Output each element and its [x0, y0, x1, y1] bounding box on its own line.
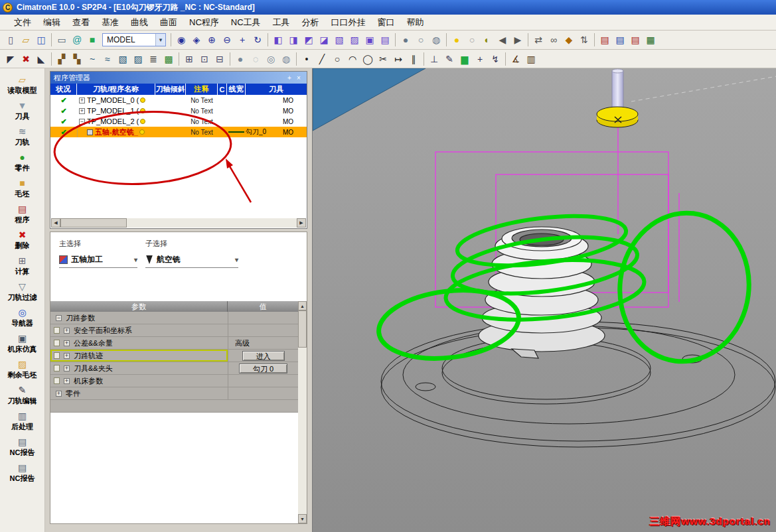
report-list-icon[interactable]: ▥: [524, 52, 538, 66]
open-folder-icon[interactable]: ▱: [19, 33, 33, 47]
pick-filter-icon[interactable]: ◣: [34, 52, 48, 66]
link-entities-icon[interactable]: ∞: [546, 33, 561, 47]
view-left-icon[interactable]: ▧: [332, 33, 347, 47]
sidebar-item-刀轨[interactable]: ≋刀轨: [1, 125, 44, 147]
parameter-row[interactable]: +机床参数: [50, 375, 298, 387]
view-isometric-icon[interactable]: ◧: [271, 33, 285, 47]
zoom-out-icon[interactable]: ⊖: [220, 33, 234, 47]
expand-icon[interactable]: +: [64, 378, 70, 384]
select-arrow-icon[interactable]: ◤: [3, 52, 18, 66]
sidebar-item-刀具[interactable]: ▼刀具: [1, 100, 44, 121]
parameter-row[interactable]: +刀路轨迹进入: [50, 350, 298, 362]
sidebar-item-刀轨编辑[interactable]: ✎刀轨编辑: [1, 384, 44, 406]
line-tool-icon[interactable]: ╱: [315, 52, 329, 66]
menu-item-编辑[interactable]: 编辑: [37, 15, 66, 31]
sidebar-item-机床仿真[interactable]: ▣机床仿真: [1, 332, 44, 354]
tree-expand-icon[interactable]: +: [79, 108, 85, 114]
model-combo[interactable]: MODEL▾: [102, 33, 166, 46]
wireframe-display-icon[interactable]: ◌: [248, 52, 263, 66]
edges-display-icon[interactable]: ◎: [264, 52, 278, 66]
expand-icon[interactable]: −: [56, 315, 62, 321]
spotlight-icon[interactable]: ◐: [480, 33, 495, 47]
menu-item-基准[interactable]: 基准: [96, 15, 125, 31]
normal-tool-icon[interactable]: ⊥: [427, 52, 441, 66]
scroll-right-icon[interactable]: ▶: [297, 218, 306, 228]
view-back-icon[interactable]: ▣: [362, 33, 377, 47]
snap-grid-icon[interactable]: ⊞: [182, 52, 196, 66]
view-front-icon[interactable]: ◨: [286, 33, 301, 47]
surface-b-icon[interactable]: ▨: [131, 52, 145, 66]
zoom-in-icon[interactable]: ⊕: [204, 33, 219, 47]
hidden-line-mode-icon[interactable]: ◍: [429, 33, 443, 47]
wireframe-mode-icon[interactable]: ○: [414, 33, 428, 47]
panel-title-bar[interactable]: 程序管理器 + ×: [50, 72, 307, 84]
axis-tool-icon[interactable]: ↯: [488, 52, 503, 66]
menu-item-NC程序[interactable]: NC程序: [183, 15, 225, 31]
nc-doc-blue-icon[interactable]: ▤: [613, 33, 627, 47]
prev-step-icon[interactable]: ◀: [495, 33, 510, 47]
menu-item-NC工具[interactable]: NC工具: [225, 15, 267, 31]
col-tool[interactable]: 刀具: [246, 84, 307, 95]
value-button[interactable]: 勾刀 0: [239, 364, 287, 373]
swap-view-icon[interactable]: ⇄: [531, 33, 546, 47]
primary-selection-combo[interactable]: 五轴加工 ▾: [59, 252, 137, 268]
sidebar-item-后处理[interactable]: ▥后处理: [1, 410, 44, 432]
menu-item-文件[interactable]: 文件: [8, 15, 37, 31]
color-filter-icon[interactable]: ▩: [161, 52, 176, 66]
secondary-selection-combo[interactable]: 航空铣 ▾: [145, 252, 238, 268]
col-name[interactable]: 刀轨/程序名称: [77, 84, 155, 95]
sidebar-item-读取模型[interactable]: ▱读取模型: [1, 74, 44, 96]
sidebar-item-NC报告[interactable]: ▤NC报告: [1, 436, 44, 458]
3d-viewport[interactable]: 三维网www.3dportal.cn: [312, 68, 776, 532]
parameter-row[interactable]: +安全平面和坐标系: [50, 324, 298, 337]
chevron-down-icon[interactable]: ▾: [134, 256, 137, 263]
next-step-icon[interactable]: ▶: [510, 33, 525, 47]
view-custom-icon[interactable]: ▤: [378, 33, 392, 47]
sidebar-item-毛坯[interactable]: ■毛坯: [1, 177, 44, 199]
expand-icon[interactable]: +: [56, 391, 62, 397]
delete-entity-icon[interactable]: ✖: [19, 52, 33, 66]
sidebar-item-剩余毛坯[interactable]: ▨剩余毛坯: [1, 358, 44, 380]
parameter-row[interactable]: +零件: [50, 387, 298, 400]
transparency-display-icon[interactable]: ◍: [279, 52, 293, 66]
new-file-icon[interactable]: ▯: [3, 33, 18, 47]
menu-item-查看[interactable]: 查看: [66, 15, 96, 31]
pin-icon[interactable]: +: [285, 73, 294, 82]
pan-icon[interactable]: +: [235, 33, 250, 47]
sidebar-item-NC报告[interactable]: ▤NC报告: [1, 462, 44, 484]
sidebar-item-刀轨过滤[interactable]: ▽刀轨过滤: [1, 281, 44, 302]
shaded-mode-icon[interactable]: ●: [398, 33, 413, 47]
surface-a-icon[interactable]: ▧: [116, 52, 130, 66]
ucs-tool-icon[interactable]: +: [473, 52, 487, 66]
level-filter-icon[interactable]: ≣: [146, 52, 161, 66]
zoom-all-icon[interactable]: ◉: [174, 33, 189, 47]
table-row[interactable]: ✔+TP_MODEL_1 (No TextMO: [50, 105, 307, 116]
parameter-row[interactable]: +刀具&&夹头勾刀 0: [50, 362, 298, 375]
vertical-scrollbar[interactable]: ▲ ▼: [298, 301, 307, 523]
circle-tool-icon[interactable]: ○: [330, 52, 345, 66]
view-top-icon[interactable]: ◩: [301, 33, 316, 47]
table-row[interactable]: ✔+TP_MODEL_0 (No TextMO: [50, 95, 307, 105]
view-right-icon[interactable]: ▨: [347, 33, 362, 47]
menu-item-帮助[interactable]: 帮助: [401, 15, 430, 31]
scroll-left-icon[interactable]: ◀: [51, 218, 60, 228]
view-bottom-icon[interactable]: ◪: [317, 33, 331, 47]
table-row[interactable]: ✔五轴-航空铣_No Text勾刀_0MO: [50, 127, 307, 137]
model-tree-icon[interactable]: ■: [85, 33, 100, 47]
scroll-up-icon[interactable]: ▲: [298, 301, 307, 310]
curve-a-icon[interactable]: ~: [85, 52, 100, 66]
parameter-row[interactable]: +公差&&余量高级: [50, 337, 298, 350]
tree-expand-icon[interactable]: −: [79, 119, 85, 125]
offset-tool-icon[interactable]: ∥: [406, 52, 421, 66]
col-c[interactable]: C: [218, 84, 227, 95]
feature-b-icon[interactable]: ▚: [70, 52, 84, 66]
sidebar-item-计算[interactable]: ⊞计算: [1, 255, 44, 277]
value-button[interactable]: 进入: [242, 351, 285, 361]
shaded-display-icon[interactable]: ●: [233, 52, 248, 66]
grid-display-icon[interactable]: ▦: [643, 33, 658, 47]
menu-item-窗口[interactable]: 窗口: [372, 15, 401, 31]
sidebar-item-删除[interactable]: ✖删除: [1, 229, 44, 251]
menu-item-口口外挂[interactable]: 口口外挂: [325, 15, 372, 31]
chevron-down-icon[interactable]: ▾: [235, 256, 238, 263]
feature-a-icon[interactable]: ▞: [54, 52, 69, 66]
